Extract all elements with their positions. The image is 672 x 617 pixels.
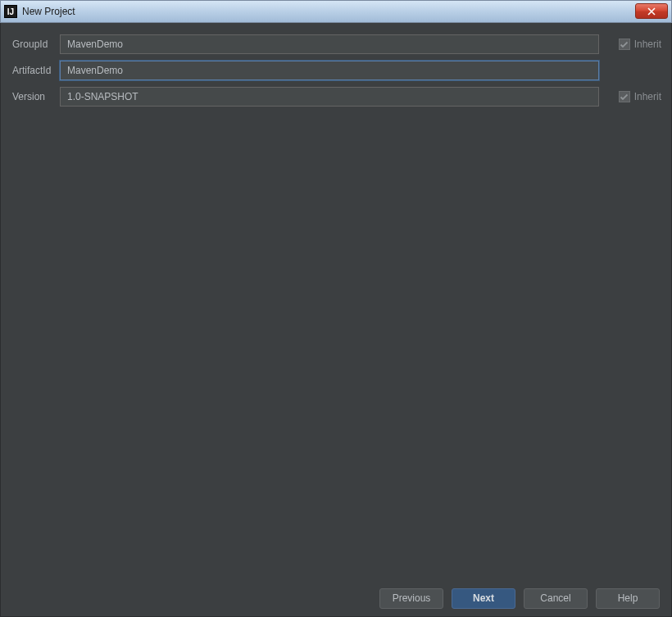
inherit-label: Inherit bbox=[634, 91, 661, 102]
version-input[interactable] bbox=[60, 87, 599, 107]
app-icon: IJ bbox=[4, 5, 17, 18]
button-bar: Previous Next Cancel Help bbox=[1, 580, 671, 616]
previous-button[interactable]: Previous bbox=[379, 588, 443, 609]
groupid-inherit-checkbox[interactable]: Inherit bbox=[619, 39, 661, 50]
version-inherit-checkbox[interactable]: Inherit bbox=[619, 91, 661, 102]
form-area: GroupId Inherit ArtifactId Version bbox=[1, 23, 671, 107]
checkbox-icon bbox=[619, 39, 630, 50]
checkbox-icon bbox=[619, 91, 630, 102]
close-button[interactable] bbox=[635, 3, 668, 19]
artifactid-input[interactable] bbox=[60, 61, 599, 80]
groupid-row: GroupId Inherit bbox=[12, 34, 661, 54]
artifactid-label: ArtifactId bbox=[12, 65, 60, 76]
artifactid-row: ArtifactId bbox=[12, 61, 661, 80]
inherit-label: Inherit bbox=[634, 39, 661, 50]
dialog-content: GroupId Inherit ArtifactId Version bbox=[0, 23, 672, 617]
cancel-button[interactable]: Cancel bbox=[524, 588, 588, 609]
groupid-input[interactable] bbox=[60, 34, 599, 54]
window-title: New Project bbox=[22, 6, 75, 17]
title-bar: IJ New Project bbox=[0, 0, 672, 23]
version-label: Version bbox=[12, 91, 60, 102]
close-icon bbox=[647, 7, 656, 16]
version-row: Version Inherit bbox=[12, 87, 661, 107]
groupid-label: GroupId bbox=[12, 39, 60, 50]
next-button[interactable]: Next bbox=[452, 588, 515, 609]
help-button[interactable]: Help bbox=[596, 588, 660, 609]
